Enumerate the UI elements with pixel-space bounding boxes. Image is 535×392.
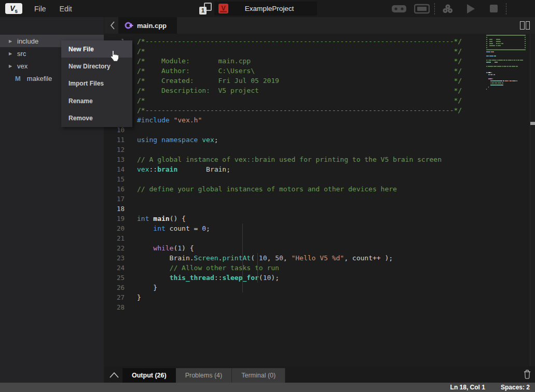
menu-item-remove[interactable]: Remove [61, 110, 132, 127]
line-content: using namespace vex; [137, 135, 218, 145]
code-line[interactable]: 8/*-------------------------------------… [104, 105, 462, 115]
chevron-right-icon: ▶ [9, 51, 14, 56]
minimap-seg [512, 66, 515, 67]
code-line[interactable]: 1/*-------------------------------------… [104, 36, 462, 46]
minimap-seg [525, 47, 526, 48]
code-line[interactable]: 3/* Module: main.cpp */ [104, 56, 462, 66]
minimap-seg [500, 39, 525, 40]
line-content: Brain.Screen.printAt( 10, 50, "Hello V5 … [137, 253, 393, 263]
minimap-seg [486, 85, 490, 86]
code-line[interactable]: 2/* */ [104, 46, 462, 56]
code-line[interactable]: 9#include "vex.h" [104, 115, 462, 125]
line-content: // A global instance of vex::brain used … [137, 155, 442, 164]
line-number: 13 [104, 155, 125, 164]
code-line[interactable]: 4/* Author: C:\Users\ */ [104, 66, 462, 76]
code-line[interactable]: 17 [104, 194, 462, 204]
code-line[interactable]: 21 [104, 233, 462, 243]
menu-item-rename[interactable]: Rename [61, 92, 132, 109]
panel-tab-output[interactable]: Output (26) [122, 368, 176, 383]
line-number: 24 [104, 263, 125, 273]
cpp-file-icon [125, 21, 133, 30]
project-name-box[interactable]: V ExampleProject [214, 2, 317, 16]
code-line[interactable]: 12 [104, 145, 462, 155]
menu-item-import-files[interactable]: Import Files [61, 75, 132, 92]
minimap-seg [501, 45, 525, 46]
code-line[interactable]: 11using namespace vex; [104, 135, 462, 145]
code-line[interactable]: 7/* */ [104, 95, 462, 105]
code-line[interactable]: 22 while(1) { [104, 243, 462, 253]
slot-selector-button[interactable]: 1 [199, 3, 212, 15]
stop-icon[interactable] [482, 0, 505, 17]
scrollbar-track[interactable] [530, 34, 535, 366]
minimap-seg [489, 45, 495, 46]
minimap-line [486, 90, 529, 92]
trash-icon[interactable] [523, 369, 531, 381]
code-line[interactable]: 24 // Allow other tasks to run [104, 263, 462, 273]
play-icon[interactable] [459, 0, 482, 17]
minimap-seg [502, 85, 503, 86]
code-line[interactable]: 16// define your global instances of mot… [104, 184, 462, 194]
minimap[interactable] [486, 34, 529, 92]
menu-edit[interactable]: Edit [60, 5, 72, 13]
brain-screen-icon[interactable] [410, 0, 433, 17]
line-number: 25 [104, 273, 125, 283]
menu-items: FileEdit [34, 0, 72, 17]
menu-item-new-file[interactable]: New File [61, 40, 132, 58]
menu-file[interactable]: File [34, 5, 46, 13]
minimap-seg [525, 37, 526, 38]
code-line[interactable]: 25 this_thread::sleep_for(10); [104, 273, 462, 283]
code-line[interactable]: 26 } [104, 283, 462, 292]
download-icon[interactable] [436, 0, 459, 17]
minimap-seg [486, 80, 490, 81]
code-line[interactable]: 19int main() { [104, 214, 462, 223]
minimap-seg [501, 41, 525, 42]
collapse-panel-icon[interactable] [108, 370, 120, 380]
minimap-seg [492, 78, 493, 79]
tree-item-label: include [17, 37, 38, 45]
code-line[interactable]: 18 [104, 204, 462, 214]
minimap-seg [491, 62, 495, 63]
vexcode-window: V5 FileEdit 1 V ExampleProject [0, 0, 535, 392]
editor-tab-main-cpp[interactable]: main.cpp [118, 17, 177, 34]
split-editor-icon[interactable] [520, 21, 530, 30]
code-line[interactable]: 13// A global instance of vex::brain use… [104, 155, 462, 164]
chevron-right-icon: ▶ [9, 39, 14, 44]
makefile-icon: M [15, 75, 21, 82]
code-line[interactable]: 20 int count = 0; [104, 223, 462, 233]
code-line[interactable]: 6/* Description: V5 project */ [104, 86, 462, 95]
line-number: 27 [104, 292, 125, 302]
minimap-seg [502, 82, 503, 83]
panel-tab-terminal[interactable]: Terminal (0) [232, 368, 285, 383]
back-chevron-icon[interactable] [106, 17, 119, 34]
minimap-seg [487, 47, 525, 48]
controller-icon[interactable] [388, 0, 410, 17]
code-line[interactable]: 23 Brain.Screen.printAt( 10, 50, "Hello … [104, 253, 462, 263]
minimap-seg [490, 85, 496, 86]
code-line[interactable]: 15 [104, 174, 462, 184]
code-line[interactable]: 28 [104, 302, 462, 312]
line-content: int count = 0; [137, 223, 210, 233]
minimap-seg [486, 89, 487, 90]
minimap-seg [492, 60, 496, 61]
bottom-panel: Output (26)Problems (4)Terminal (0) [104, 366, 535, 383]
line-number: 20 [104, 223, 125, 233]
minimap-seg [491, 51, 495, 52]
line-number: 12 [104, 145, 125, 155]
line-content: } [137, 283, 157, 292]
project-name: ExampleProject [214, 5, 317, 12]
panel-tabs: Output (26)Problems (4)Terminal (0) [122, 368, 285, 383]
menu-item-new-directory[interactable]: New Directory [61, 58, 132, 75]
indent-guide [242, 223, 243, 292]
cursor-position: Ln 18, Col 1 [450, 384, 485, 391]
line-number: 16 [104, 184, 125, 194]
minimap-seg [492, 41, 496, 42]
code-lines: 1/*-------------------------------------… [104, 36, 462, 312]
code-line[interactable]: 14vex::brain Brain; [104, 164, 462, 174]
status-bar: Ln 18, Col 1 Spaces: 2 [0, 383, 535, 392]
code-line[interactable]: 5/* Created: Fri Jul 05 2019 */ [104, 76, 462, 86]
code-editor[interactable]: 1/*-------------------------------------… [104, 34, 535, 366]
tree-item-label: makefile [27, 75, 52, 82]
panel-tab-problems[interactable]: Problems (4) [176, 368, 232, 383]
code-line[interactable]: 10 [104, 125, 462, 135]
code-line[interactable]: 27} [104, 292, 462, 302]
